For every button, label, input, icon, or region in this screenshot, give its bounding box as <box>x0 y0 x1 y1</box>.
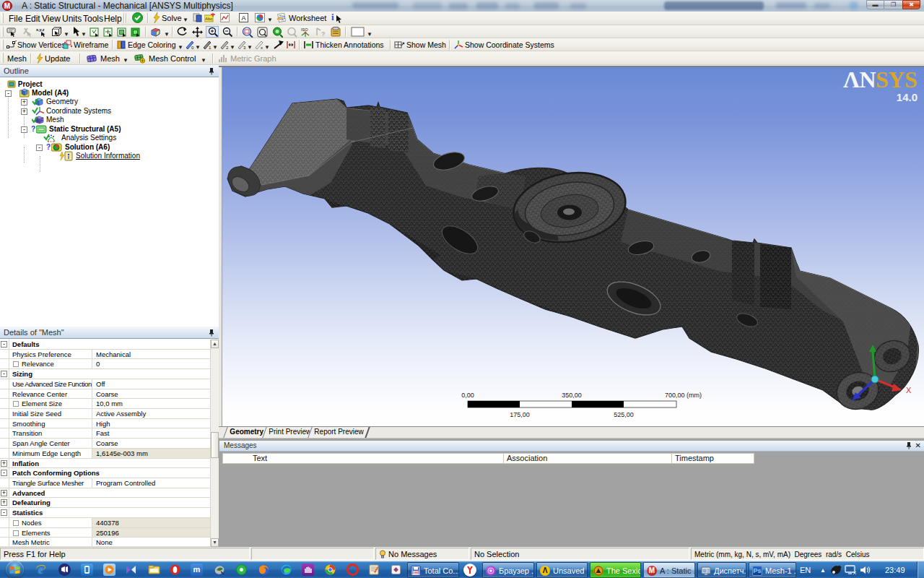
svg-text:?: ? <box>321 30 326 38</box>
svg-text:14.0: 14.0 <box>897 91 918 103</box>
svg-text:ΛNSYS: ΛNSYS <box>843 67 917 92</box>
svg-text:↗: ↗ <box>401 41 405 46</box>
svg-text:1: 1 <box>209 46 212 50</box>
svg-text:175,00: 175,00 <box>510 411 530 418</box>
svg-text:Abc: Abc <box>205 17 212 21</box>
svg-text:350,00: 350,00 <box>562 392 582 399</box>
svg-text:ISO: ISO <box>301 27 308 32</box>
svg-text:525,00: 525,00 <box>614 411 634 418</box>
svg-text:A: A <box>242 14 246 22</box>
svg-text:0: 0 <box>191 46 194 50</box>
svg-text:0,00: 0,00 <box>461 392 474 399</box>
svg-text:X: X <box>906 386 912 394</box>
svg-text:x: x <box>261 46 263 50</box>
svg-text:700,00 (mm): 700,00 (mm) <box>665 392 702 399</box>
svg-text:3: 3 <box>243 46 246 50</box>
svg-text:2: 2 <box>226 46 229 50</box>
svg-text:x,y,z: x,y,z <box>36 27 45 32</box>
